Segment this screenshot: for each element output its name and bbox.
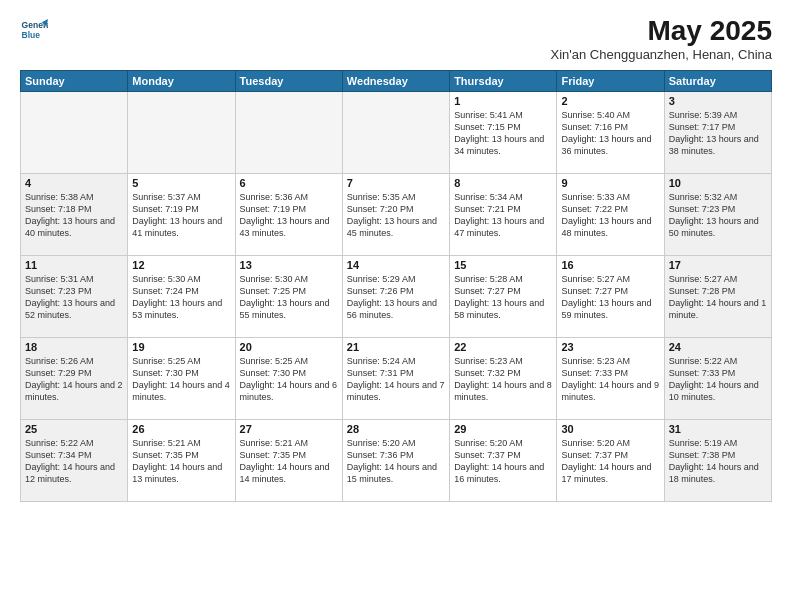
col-saturday: Saturday: [664, 70, 771, 91]
day-info: Sunrise: 5:22 AMSunset: 7:33 PMDaylight:…: [669, 356, 759, 402]
day-info: Sunrise: 5:38 AMSunset: 7:18 PMDaylight:…: [25, 192, 115, 238]
calendar-header-row: Sunday Monday Tuesday Wednesday Thursday…: [21, 70, 772, 91]
table-row: 12Sunrise: 5:30 AMSunset: 7:24 PMDayligh…: [128, 255, 235, 337]
day-info: Sunrise: 5:32 AMSunset: 7:23 PMDaylight:…: [669, 192, 759, 238]
calendar-week-row: 25Sunrise: 5:22 AMSunset: 7:34 PMDayligh…: [21, 419, 772, 501]
day-number: 8: [454, 177, 552, 189]
page-header: General Blue May 2025 Xin'an Chengguanzh…: [20, 16, 772, 62]
day-number: 16: [561, 259, 659, 271]
day-number: 30: [561, 423, 659, 435]
table-row: 3Sunrise: 5:39 AMSunset: 7:17 PMDaylight…: [664, 91, 771, 173]
table-row: 6Sunrise: 5:36 AMSunset: 7:19 PMDaylight…: [235, 173, 342, 255]
table-row: 5Sunrise: 5:37 AMSunset: 7:19 PMDaylight…: [128, 173, 235, 255]
month-year: May 2025: [551, 16, 772, 47]
day-info: Sunrise: 5:20 AMSunset: 7:37 PMDaylight:…: [454, 438, 544, 484]
table-row: 13Sunrise: 5:30 AMSunset: 7:25 PMDayligh…: [235, 255, 342, 337]
table-row: 31Sunrise: 5:19 AMSunset: 7:38 PMDayligh…: [664, 419, 771, 501]
calendar: Sunday Monday Tuesday Wednesday Thursday…: [20, 70, 772, 502]
day-number: 24: [669, 341, 767, 353]
day-info: Sunrise: 5:22 AMSunset: 7:34 PMDaylight:…: [25, 438, 115, 484]
col-sunday: Sunday: [21, 70, 128, 91]
day-number: 26: [132, 423, 230, 435]
table-row: [128, 91, 235, 173]
day-info: Sunrise: 5:25 AMSunset: 7:30 PMDaylight:…: [240, 356, 338, 402]
day-number: 31: [669, 423, 767, 435]
logo: General Blue: [20, 16, 48, 44]
day-number: 2: [561, 95, 659, 107]
col-friday: Friday: [557, 70, 664, 91]
day-info: Sunrise: 5:20 AMSunset: 7:37 PMDaylight:…: [561, 438, 651, 484]
table-row: 24Sunrise: 5:22 AMSunset: 7:33 PMDayligh…: [664, 337, 771, 419]
day-number: 22: [454, 341, 552, 353]
day-number: 12: [132, 259, 230, 271]
logo-icon: General Blue: [20, 16, 48, 44]
day-info: Sunrise: 5:23 AMSunset: 7:33 PMDaylight:…: [561, 356, 659, 402]
location: Xin'an Chengguanzhen, Henan, China: [551, 47, 772, 62]
day-number: 27: [240, 423, 338, 435]
svg-text:Blue: Blue: [22, 30, 41, 40]
table-row: 9Sunrise: 5:33 AMSunset: 7:22 PMDaylight…: [557, 173, 664, 255]
day-info: Sunrise: 5:33 AMSunset: 7:22 PMDaylight:…: [561, 192, 651, 238]
day-info: Sunrise: 5:21 AMSunset: 7:35 PMDaylight:…: [240, 438, 330, 484]
table-row: 26Sunrise: 5:21 AMSunset: 7:35 PMDayligh…: [128, 419, 235, 501]
table-row: 27Sunrise: 5:21 AMSunset: 7:35 PMDayligh…: [235, 419, 342, 501]
day-number: 11: [25, 259, 123, 271]
day-info: Sunrise: 5:31 AMSunset: 7:23 PMDaylight:…: [25, 274, 115, 320]
table-row: 16Sunrise: 5:27 AMSunset: 7:27 PMDayligh…: [557, 255, 664, 337]
day-info: Sunrise: 5:40 AMSunset: 7:16 PMDaylight:…: [561, 110, 651, 156]
day-info: Sunrise: 5:30 AMSunset: 7:25 PMDaylight:…: [240, 274, 330, 320]
table-row: 4Sunrise: 5:38 AMSunset: 7:18 PMDaylight…: [21, 173, 128, 255]
day-number: 21: [347, 341, 445, 353]
calendar-week-row: 1Sunrise: 5:41 AMSunset: 7:15 PMDaylight…: [21, 91, 772, 173]
table-row: 18Sunrise: 5:26 AMSunset: 7:29 PMDayligh…: [21, 337, 128, 419]
day-info: Sunrise: 5:36 AMSunset: 7:19 PMDaylight:…: [240, 192, 330, 238]
day-info: Sunrise: 5:21 AMSunset: 7:35 PMDaylight:…: [132, 438, 222, 484]
day-number: 18: [25, 341, 123, 353]
table-row: [342, 91, 449, 173]
day-info: Sunrise: 5:25 AMSunset: 7:30 PMDaylight:…: [132, 356, 230, 402]
day-number: 13: [240, 259, 338, 271]
day-info: Sunrise: 5:26 AMSunset: 7:29 PMDaylight:…: [25, 356, 123, 402]
day-number: 6: [240, 177, 338, 189]
title-block: May 2025 Xin'an Chengguanzhen, Henan, Ch…: [551, 16, 772, 62]
day-info: Sunrise: 5:28 AMSunset: 7:27 PMDaylight:…: [454, 274, 544, 320]
table-row: 29Sunrise: 5:20 AMSunset: 7:37 PMDayligh…: [450, 419, 557, 501]
col-monday: Monday: [128, 70, 235, 91]
day-number: 20: [240, 341, 338, 353]
col-thursday: Thursday: [450, 70, 557, 91]
day-info: Sunrise: 5:27 AMSunset: 7:27 PMDaylight:…: [561, 274, 651, 320]
table-row: 21Sunrise: 5:24 AMSunset: 7:31 PMDayligh…: [342, 337, 449, 419]
day-info: Sunrise: 5:23 AMSunset: 7:32 PMDaylight:…: [454, 356, 552, 402]
day-number: 29: [454, 423, 552, 435]
table-row: 8Sunrise: 5:34 AMSunset: 7:21 PMDaylight…: [450, 173, 557, 255]
day-number: 5: [132, 177, 230, 189]
table-row: 2Sunrise: 5:40 AMSunset: 7:16 PMDaylight…: [557, 91, 664, 173]
table-row: 30Sunrise: 5:20 AMSunset: 7:37 PMDayligh…: [557, 419, 664, 501]
day-number: 15: [454, 259, 552, 271]
table-row: [21, 91, 128, 173]
day-number: 9: [561, 177, 659, 189]
day-number: 3: [669, 95, 767, 107]
calendar-week-row: 11Sunrise: 5:31 AMSunset: 7:23 PMDayligh…: [21, 255, 772, 337]
col-wednesday: Wednesday: [342, 70, 449, 91]
table-row: 15Sunrise: 5:28 AMSunset: 7:27 PMDayligh…: [450, 255, 557, 337]
table-row: 25Sunrise: 5:22 AMSunset: 7:34 PMDayligh…: [21, 419, 128, 501]
table-row: [235, 91, 342, 173]
day-info: Sunrise: 5:35 AMSunset: 7:20 PMDaylight:…: [347, 192, 437, 238]
day-info: Sunrise: 5:41 AMSunset: 7:15 PMDaylight:…: [454, 110, 544, 156]
table-row: 14Sunrise: 5:29 AMSunset: 7:26 PMDayligh…: [342, 255, 449, 337]
day-info: Sunrise: 5:27 AMSunset: 7:28 PMDaylight:…: [669, 274, 767, 320]
table-row: 17Sunrise: 5:27 AMSunset: 7:28 PMDayligh…: [664, 255, 771, 337]
day-info: Sunrise: 5:34 AMSunset: 7:21 PMDaylight:…: [454, 192, 544, 238]
calendar-week-row: 18Sunrise: 5:26 AMSunset: 7:29 PMDayligh…: [21, 337, 772, 419]
calendar-week-row: 4Sunrise: 5:38 AMSunset: 7:18 PMDaylight…: [21, 173, 772, 255]
day-number: 28: [347, 423, 445, 435]
day-info: Sunrise: 5:39 AMSunset: 7:17 PMDaylight:…: [669, 110, 759, 156]
day-info: Sunrise: 5:19 AMSunset: 7:38 PMDaylight:…: [669, 438, 759, 484]
table-row: 1Sunrise: 5:41 AMSunset: 7:15 PMDaylight…: [450, 91, 557, 173]
day-info: Sunrise: 5:37 AMSunset: 7:19 PMDaylight:…: [132, 192, 222, 238]
table-row: 19Sunrise: 5:25 AMSunset: 7:30 PMDayligh…: [128, 337, 235, 419]
day-info: Sunrise: 5:29 AMSunset: 7:26 PMDaylight:…: [347, 274, 437, 320]
table-row: 20Sunrise: 5:25 AMSunset: 7:30 PMDayligh…: [235, 337, 342, 419]
day-number: 14: [347, 259, 445, 271]
